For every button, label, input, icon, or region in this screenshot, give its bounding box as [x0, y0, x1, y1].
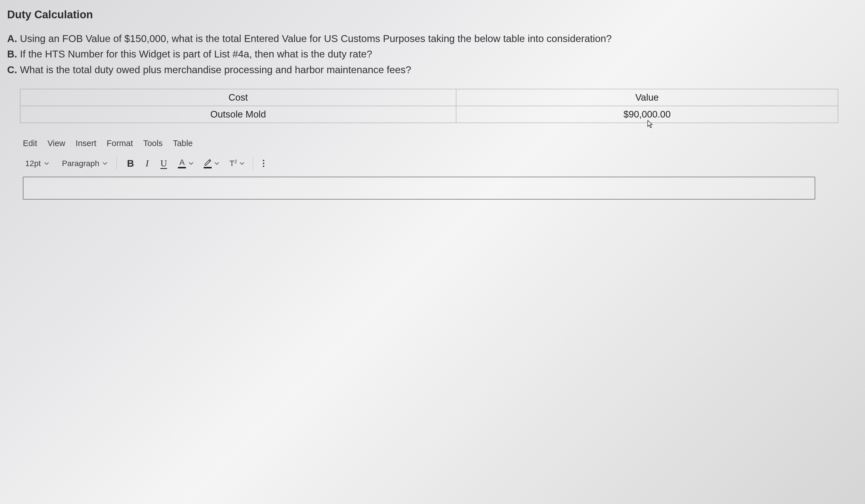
- text-color-letter: A: [179, 159, 185, 166]
- highlight-color-bar: [204, 167, 212, 168]
- question-b-label: B.: [7, 48, 17, 59]
- question-a-text: Using an FOB Value of $150,000, what is …: [17, 33, 612, 44]
- question-c-label: C.: [7, 64, 17, 75]
- section-heading: Duty Calculation: [7, 9, 859, 21]
- question-b: B. If the HTS Number for this Widget is …: [7, 46, 859, 62]
- question-b-text: If the HTS Number for this Widget is par…: [17, 48, 372, 59]
- dot-icon: [263, 163, 264, 164]
- chevron-down-icon: [103, 162, 107, 165]
- italic-button[interactable]: I: [140, 157, 154, 171]
- bold-button[interactable]: B: [124, 157, 137, 171]
- table-header-cost: Cost: [20, 89, 456, 106]
- dot-icon: [263, 160, 264, 161]
- table-row: Outsole Mold $90,000.00: [20, 106, 838, 122]
- mouse-cursor-icon: [647, 120, 653, 130]
- table-cell-value-text: $90,000.00: [623, 109, 670, 119]
- menu-edit[interactable]: Edit: [23, 139, 37, 148]
- blockformat-dropdown[interactable]: Paragraph: [60, 158, 110, 169]
- dot-icon: [263, 165, 264, 167]
- text-color-icon: A: [178, 159, 186, 168]
- menu-view[interactable]: View: [47, 139, 65, 148]
- superscript-button[interactable]: T2: [228, 159, 246, 168]
- chevron-down-icon: [189, 162, 193, 165]
- editor-toolbar: 12pt Paragraph B I U A T2: [23, 157, 859, 171]
- question-a: A. Using an FOB Value of $150,000, what …: [7, 31, 859, 46]
- question-a-label: A.: [7, 33, 17, 44]
- chevron-down-icon: [240, 162, 244, 165]
- fontsize-dropdown[interactable]: 12pt: [23, 158, 51, 169]
- question-c-text: What is the total duty owed plus merchan…: [17, 64, 411, 75]
- underline-button[interactable]: U: [157, 157, 171, 171]
- chevron-down-icon: [215, 162, 219, 165]
- question-c: C. What is the total duty owed plus merc…: [7, 62, 859, 78]
- more-options-button[interactable]: [260, 160, 267, 167]
- editor-content-area[interactable]: [23, 177, 815, 200]
- superscript-icon: T2: [229, 159, 237, 168]
- menu-insert[interactable]: Insert: [76, 139, 96, 148]
- menu-table[interactable]: Table: [173, 139, 193, 148]
- table-header-value: Value: [456, 89, 838, 106]
- table-cell-cost: Outsole Mold: [20, 106, 456, 122]
- toolbar-divider: [116, 157, 117, 170]
- fontsize-value: 12pt: [25, 159, 41, 168]
- menu-tools[interactable]: Tools: [143, 139, 163, 148]
- blockformat-value: Paragraph: [62, 159, 100, 168]
- superscript-letter: T: [229, 159, 234, 168]
- toolbar-divider: [253, 157, 253, 170]
- highlight-icon: [204, 159, 212, 168]
- text-color-bar: [178, 167, 186, 168]
- questions-block: A. Using an FOB Value of $150,000, what …: [7, 31, 859, 78]
- cost-value-table: Cost Value Outsole Mold $90,000.00: [20, 89, 838, 123]
- table-cell-value: $90,000.00: [456, 106, 838, 122]
- text-color-button[interactable]: A: [176, 159, 195, 168]
- table-header-row: Cost Value: [20, 89, 838, 106]
- chevron-down-icon: [44, 162, 49, 165]
- editor-menubar: Edit View Insert Format Tools Table: [23, 139, 859, 148]
- highlight-color-button[interactable]: [202, 159, 221, 168]
- menu-format[interactable]: Format: [107, 139, 133, 148]
